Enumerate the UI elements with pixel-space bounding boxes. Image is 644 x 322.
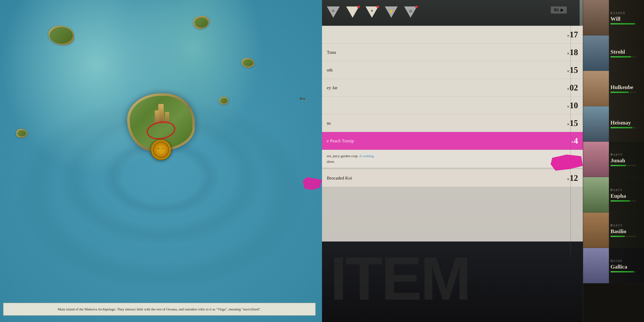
hp-fill-will — [610, 23, 635, 24]
map-swirl-overlay — [0, 0, 322, 322]
map-description-box: Main island of the Malnova Archipelago. … — [3, 303, 316, 316]
char-portrait-basilio — [583, 212, 609, 248]
char-item-eupha[interactable]: PARTY Eupha — [583, 177, 644, 212]
item-name-7: e Peach Turnip — [327, 138, 562, 144]
nav-tab-2[interactable]: † — [346, 6, 359, 19]
cooking-link: A cooking — [359, 154, 374, 158]
item-row-7-selected[interactable]: e Peach Turnip ×4 — [322, 132, 583, 150]
map-panel: ᛗᚨᛚᚾᛟᚹᚨ ᚾᚨᚱᚲ Roy Main island of the Maln… — [0, 0, 322, 322]
hp-fill-heismay — [610, 127, 632, 128]
item-count-6: ×15 — [562, 118, 578, 128]
char-portrait-junah — [583, 142, 609, 177]
hp-fill-eupha — [610, 200, 630, 202]
item-row-2[interactable]: Tuna ×18 — [322, 44, 583, 61]
hp-bar-eupha — [610, 200, 636, 202]
count-val-8: 12 — [570, 174, 578, 182]
nav-tab-5[interactable]: ◎ — [404, 6, 417, 19]
hp-fill-gallica — [610, 271, 634, 272]
item-count-7: ×4 — [562, 136, 578, 146]
char-role-eupha: PARTY — [610, 188, 642, 192]
nav-dot-3 — [376, 6, 379, 8]
char-portrait-gallica — [583, 248, 609, 283]
hp-fill-junah — [610, 165, 626, 166]
char-item-strohl[interactable]: Strohl — [583, 36, 644, 71]
character-sidebar: LEADER Will Strohl Hulkenbe — [583, 0, 644, 322]
char-role-gallica: GUIDE — [610, 259, 642, 263]
x-prefix-8: × — [567, 176, 570, 182]
top-nav[interactable]: ≡ † ✕ ✋ ◎ — [322, 0, 580, 26]
emblem-subtext: ᚾᚨᚱᚲ — [160, 150, 162, 152]
item-row-6[interactable]: ns ×15 — [322, 114, 583, 132]
item-count-4: ×02 — [562, 83, 578, 92]
hp-fill-strohl — [610, 56, 631, 58]
island-emblem: ᛗᚨᛚᚾᛟᚹᚨ ᚾᚨᚱᚲ — [150, 139, 172, 160]
x-prefix-2: × — [567, 51, 570, 56]
emblem-inner: ᛗᚨᛚᚾᛟᚹᚨ ᚾᚨᚱᚲ — [153, 142, 169, 158]
nav-dot-5 — [415, 6, 418, 8]
char-role-junah: PARTY — [610, 152, 642, 157]
char-item-hulkenberg[interactable]: Hulkenbe — [583, 71, 644, 106]
item-row-5[interactable]: ×10 — [322, 96, 583, 114]
x-prefix-3: × — [567, 68, 570, 74]
map-description-text: Main island of the Malnova Archipelago. … — [8, 306, 311, 312]
char-name-basilio: Basilio — [610, 228, 642, 234]
char-item-gallica[interactable]: GUIDE Gallica — [583, 248, 644, 283]
char-name-gallica: Gallica — [610, 264, 642, 270]
item-count-3: ×15 — [562, 65, 578, 75]
char-item-heismay[interactable]: Heismay — [583, 106, 644, 142]
nav-icon-symbol-1: ≡ — [332, 8, 334, 14]
item-desc-text: eet, juicy garden crop. A cooking — [327, 153, 578, 159]
item-row-4[interactable]: ey Jar ×02 — [322, 79, 583, 96]
hp-bar-basilio — [610, 236, 636, 237]
vert-separator — [570, 26, 571, 258]
char-name-hulkenberg: Hulkenbe — [610, 84, 642, 90]
char-info-will: LEADER Will — [609, 8, 644, 27]
nav-icon-symbol-4: ✋ — [389, 9, 393, 13]
char-portrait-hulkenberg — [583, 71, 609, 106]
nav-tab-3[interactable]: ✕ — [366, 6, 378, 19]
item-row-3[interactable]: oth ×15 — [322, 61, 583, 79]
char-item-will[interactable]: LEADER Will — [583, 0, 644, 36]
item-count-2: ×18 — [562, 48, 578, 57]
item-count-8: ×12 — [562, 173, 578, 183]
nav-tab-1[interactable]: ≡ — [327, 6, 340, 19]
nav-tab-4[interactable]: ✋ — [385, 6, 398, 19]
inventory-panel: ≡ † ✕ ✋ ◎ R1 ▶ ×17 — [322, 0, 644, 322]
item-row-1[interactable]: ×17 — [322, 26, 583, 44]
x-prefix-1: × — [567, 33, 570, 38]
char-portrait-eupha — [583, 177, 609, 212]
count-val-2: 18 — [570, 48, 578, 57]
item-name-8: Brocaded Koi — [327, 176, 562, 181]
item-list: ×17 Tuna ×18 oth ×15 ey Jar ×02 — [322, 26, 583, 242]
item-name-3: oth — [327, 68, 562, 72]
small-island-5 — [16, 129, 27, 138]
char-portrait-heismay — [583, 106, 609, 142]
char-portrait-strohl — [583, 36, 609, 71]
nav-icon-symbol-3: ✕ — [370, 9, 373, 13]
tower-secondary — [154, 110, 160, 123]
item-desc-text-2: dient. — [327, 159, 578, 164]
char-info-hulkenberg: Hulkenbe — [609, 82, 644, 95]
item-name-6: ns — [327, 120, 562, 126]
hp-fill-hulkenberg — [610, 92, 628, 93]
char-name-heismay: Heismay — [610, 120, 642, 126]
item-row-8[interactable]: Brocaded Koi ×12 — [322, 169, 583, 187]
x-prefix-6: × — [567, 122, 570, 127]
nav-dot-2 — [357, 6, 360, 8]
count-val-1: 17 — [570, 30, 578, 39]
char-info-heismay: Heismay — [609, 117, 644, 131]
location-label: Roy — [300, 96, 306, 101]
hp-bar-gallica — [610, 271, 636, 272]
char-name-strohl: Strohl — [610, 49, 642, 55]
item-count-1: ×17 — [562, 30, 578, 39]
x-prefix-5: × — [567, 104, 570, 109]
char-role-basilio: PARTY — [610, 223, 642, 228]
hp-bar-will — [610, 23, 636, 24]
main-island[interactable]: ᛗᚨᛚᚾᛟᚹᚨ ᚾᚨᚱᚲ — [122, 88, 200, 156]
char-info-strohl: Strohl — [609, 46, 644, 60]
char-item-basilio[interactable]: PARTY Basilio — [583, 212, 644, 248]
count-val-7: 4 — [574, 136, 578, 146]
hp-fill-basilio — [610, 236, 625, 237]
char-item-junah[interactable]: PARTY Junah — [583, 142, 644, 177]
char-info-junah: PARTY Junah — [609, 150, 644, 168]
